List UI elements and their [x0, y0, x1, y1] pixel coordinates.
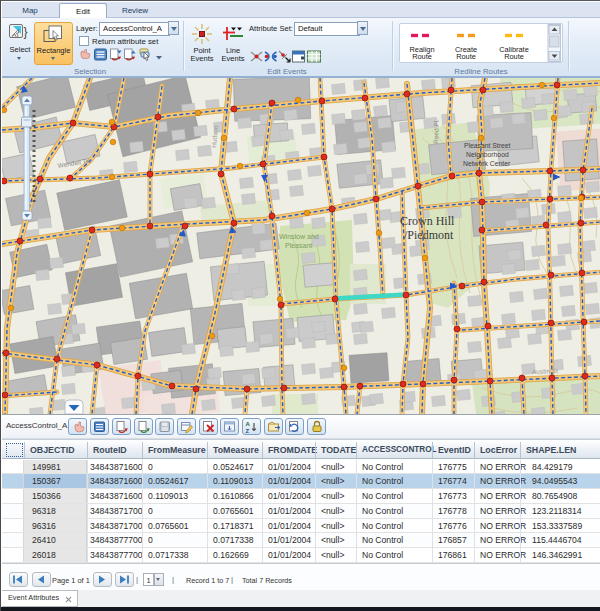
svg-text:Z: Z	[246, 428, 250, 434]
svg-text:Pleasant Street: Pleasant Street	[464, 142, 511, 149]
svg-text:A: A	[246, 421, 251, 427]
svg-text:Network Center: Network Center	[463, 160, 511, 167]
svg-text:/Piedmont: /Piedmont	[404, 228, 454, 242]
svg-text:Pleasant: Pleasant	[285, 242, 312, 249]
svg-text:}: }	[24, 25, 28, 39]
svg-text:Austin St: Austin St	[532, 367, 558, 375]
svg-text:Reed Pl.: Reed Pl.	[432, 119, 440, 144]
svg-text:Winslow and: Winslow and	[279, 233, 319, 240]
svg-text:Crown Hill: Crown Hill	[400, 214, 455, 228]
svg-text:Neighborhood: Neighborhood	[466, 151, 509, 159]
